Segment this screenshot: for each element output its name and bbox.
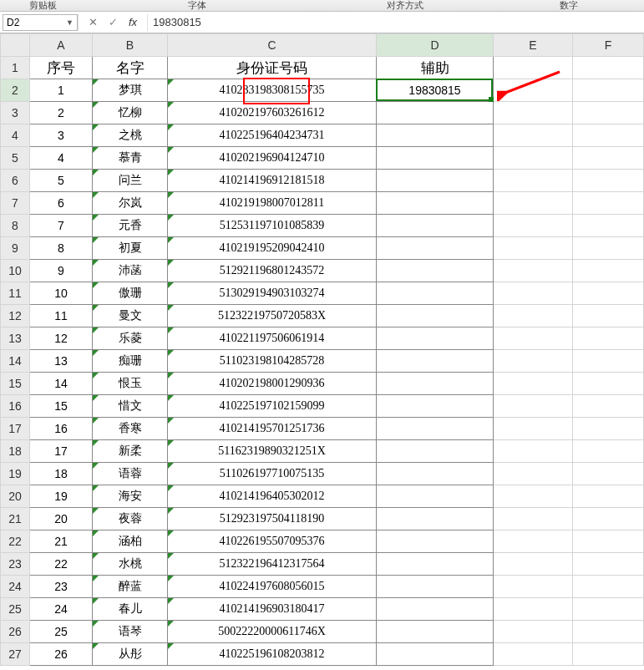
error-indicator-icon[interactable] [168, 350, 174, 356]
cell-A5[interactable]: 4 [30, 147, 93, 170]
row-header[interactable]: 2 [1, 79, 30, 102]
cell-F8[interactable] [573, 215, 644, 237]
cell-C2[interactable]: 410283198308155735 [168, 79, 377, 102]
table-row[interactable]: 2625语琴50022220000611746X [1, 621, 644, 643]
error-indicator-icon[interactable] [168, 576, 174, 581]
cell-A19[interactable]: 18 [30, 463, 93, 485]
cell-E15[interactable] [494, 373, 573, 395]
table-row[interactable]: 43之桃410225196404234731 [1, 124, 644, 147]
table-row[interactable]: 98初夏410219195209042410 [1, 237, 644, 260]
error-indicator-icon[interactable] [93, 102, 99, 108]
col-header-C[interactable]: C [168, 34, 377, 57]
cell-D9[interactable] [377, 237, 494, 260]
cell-F1[interactable] [573, 57, 644, 79]
cell-B19[interactable]: 语蓉 [93, 463, 168, 485]
formula-input[interactable] [148, 14, 644, 31]
table-row[interactable]: 1615惜文410225197102159099 [1, 395, 644, 418]
table-row[interactable]: 1211曼文51232219750720583X [1, 305, 644, 327]
error-indicator-icon[interactable] [93, 79, 99, 85]
error-indicator-icon[interactable] [168, 215, 174, 221]
cell-C7[interactable]: 410219198007012811 [168, 192, 377, 215]
table-row[interactable]: 1序号名字身份证号码辅助 [1, 57, 644, 79]
cell-D23[interactable] [377, 553, 494, 576]
error-indicator-icon[interactable] [168, 305, 174, 311]
row-header[interactable]: 11 [1, 282, 30, 305]
cell-E17[interactable] [494, 418, 573, 440]
cell-C21[interactable]: 512923197504118190 [168, 508, 377, 530]
cell-E6[interactable] [494, 170, 573, 192]
cell-E22[interactable] [494, 530, 573, 553]
cell-C18[interactable]: 51162319890321251X [168, 440, 377, 463]
col-header-A[interactable]: A [30, 34, 93, 57]
table-row[interactable]: 1413痴珊511023198104285728 [1, 350, 644, 373]
cell-C1[interactable]: 身份证号码 [168, 57, 377, 79]
error-indicator-icon[interactable] [168, 463, 174, 469]
cell-B24[interactable]: 醉蓝 [93, 576, 168, 598]
cell-C25[interactable]: 410214196903180417 [168, 598, 377, 621]
cell-C13[interactable]: 410221197506061914 [168, 327, 377, 350]
cell-F20[interactable] [573, 485, 644, 508]
error-indicator-icon[interactable] [93, 418, 99, 424]
cell-D21[interactable] [377, 508, 494, 530]
error-indicator-icon[interactable] [93, 508, 99, 514]
cell-C6[interactable]: 410214196912181518 [168, 170, 377, 192]
cell-B1[interactable]: 名字 [93, 57, 168, 79]
error-indicator-icon[interactable] [93, 260, 99, 266]
cell-C11[interactable]: 513029194903103274 [168, 282, 377, 305]
cell-E24[interactable] [494, 576, 573, 598]
error-indicator-icon[interactable] [93, 170, 99, 175]
error-indicator-icon[interactable] [93, 237, 99, 243]
error-indicator-icon[interactable] [168, 395, 174, 401]
cell-F5[interactable] [573, 147, 644, 170]
cell-A18[interactable]: 17 [30, 440, 93, 463]
error-indicator-icon[interactable] [168, 170, 174, 175]
cell-D16[interactable] [377, 395, 494, 418]
row-header[interactable]: 18 [1, 440, 30, 463]
error-indicator-icon[interactable] [93, 305, 99, 311]
cell-E11[interactable] [494, 282, 573, 305]
cell-F23[interactable] [573, 553, 644, 576]
cell-F21[interactable] [573, 508, 644, 530]
error-indicator-icon[interactable] [168, 621, 174, 627]
cell-F17[interactable] [573, 418, 644, 440]
cell-B16[interactable]: 惜文 [93, 395, 168, 418]
col-header-F[interactable]: F [573, 34, 644, 57]
col-header-D[interactable]: D [377, 34, 494, 57]
cell-F22[interactable] [573, 530, 644, 553]
table-row[interactable]: 32忆柳410202197603261612 [1, 102, 644, 124]
error-indicator-icon[interactable] [168, 237, 174, 243]
row-header[interactable]: 6 [1, 170, 30, 192]
cell-C8[interactable]: 512531197101085839 [168, 215, 377, 237]
cell-D6[interactable] [377, 170, 494, 192]
error-indicator-icon[interactable] [93, 147, 99, 153]
error-indicator-icon[interactable] [93, 282, 99, 288]
cell-B9[interactable]: 初夏 [93, 237, 168, 260]
cell-B11[interactable]: 傲珊 [93, 282, 168, 305]
cell-B8[interactable]: 元香 [93, 215, 168, 237]
error-indicator-icon[interactable] [93, 463, 99, 469]
cell-F2[interactable] [573, 79, 644, 102]
cell-A21[interactable]: 20 [30, 508, 93, 530]
cell-C12[interactable]: 51232219750720583X [168, 305, 377, 327]
error-indicator-icon[interactable] [168, 124, 174, 130]
cell-F3[interactable] [573, 102, 644, 124]
row-header[interactable]: 22 [1, 530, 30, 553]
row-header[interactable]: 26 [1, 621, 30, 643]
cell-B15[interactable]: 恨玉 [93, 373, 168, 395]
cell-B27[interactable]: 从彤 [93, 643, 168, 666]
cell-E26[interactable] [494, 621, 573, 643]
table-row[interactable]: 76尔岚410219198007012811 [1, 192, 644, 215]
cell-F18[interactable] [573, 440, 644, 463]
cell-F16[interactable] [573, 395, 644, 418]
cell-E20[interactable] [494, 485, 573, 508]
cell-A1[interactable]: 序号 [30, 57, 93, 79]
col-header-E[interactable]: E [494, 34, 573, 57]
cell-F14[interactable] [573, 350, 644, 373]
row-header[interactable]: 8 [1, 215, 30, 237]
table-row[interactable]: 2120夜蓉512923197504118190 [1, 508, 644, 530]
error-indicator-icon[interactable] [93, 440, 99, 446]
cell-F10[interactable] [573, 260, 644, 282]
cell-D19[interactable] [377, 463, 494, 485]
cell-E9[interactable] [494, 237, 573, 260]
cell-C16[interactable]: 410225197102159099 [168, 395, 377, 418]
